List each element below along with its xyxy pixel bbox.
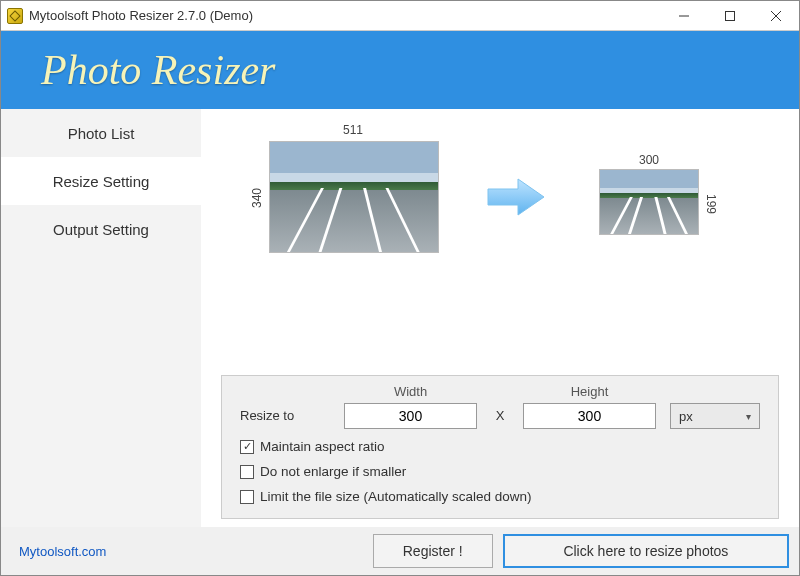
tab-output-setting[interactable]: Output Setting [1,205,201,253]
sidebar: Photo List Resize Setting Output Setting [1,109,201,527]
unit-value: px [679,409,693,424]
dimension-separator: X [491,408,509,429]
resize-to-label: Resize to [240,408,330,429]
close-button[interactable] [753,1,799,31]
register-button[interactable]: Register ! [373,534,493,568]
footer: Mytoolsoft.com Register ! Click here to … [1,527,799,575]
src-height-label: 340 [250,188,264,208]
titlebar: Mytoolsoft Photo Resizer 2.7.0 (Demo) [1,1,799,31]
tab-resize-setting[interactable]: Resize Setting [1,157,201,205]
checkbox-icon [240,440,254,454]
check-label: Limit the file size (Automatically scale… [260,489,532,504]
close-icon [771,11,781,21]
main-panel: 511 340 300 199 [201,109,799,527]
dst-height-label: 199 [704,194,718,214]
resize-button[interactable]: Click here to resize photos [503,534,789,568]
checkbox-icon [240,465,254,479]
arrow-icon [486,175,546,219]
check-label: Maintain aspect ratio [260,439,385,454]
source-thumbnail [269,141,439,253]
check-no-enlarge[interactable]: Do not enlarge if smaller [240,464,760,479]
src-width-label: 511 [343,123,363,137]
svg-rect-1 [726,11,735,20]
tab-photo-list[interactable]: Photo List [1,109,201,157]
maximize-button[interactable] [707,1,753,31]
header-banner: Photo Resizer [1,31,799,109]
minimize-button[interactable] [661,1,707,31]
checkbox-icon [240,490,254,504]
width-label: Width [344,384,477,399]
preview-area: 511 340 300 199 [221,119,779,375]
app-window: Mytoolsoft Photo Resizer 2.7.0 (Demo) Ph… [0,0,800,576]
chevron-down-icon: ▾ [746,411,751,422]
dst-width-label: 300 [639,153,659,167]
height-input[interactable] [523,403,656,429]
site-link[interactable]: Mytoolsoft.com [19,544,106,559]
check-limit-filesize[interactable]: Limit the file size (Automatically scale… [240,489,760,504]
brand-title: Photo Resizer [41,46,275,94]
unit-select[interactable]: px ▾ [670,403,760,429]
dest-thumbnail [599,169,699,235]
width-input[interactable] [344,403,477,429]
height-label: Height [523,384,656,399]
app-icon [7,8,23,24]
check-label: Do not enlarge if smaller [260,464,406,479]
check-maintain-aspect[interactable]: Maintain aspect ratio [240,439,760,454]
maximize-icon [725,11,735,21]
minimize-icon [679,11,689,21]
resize-settings-panel: Resize to Width X Height px ▾ [221,375,779,519]
window-title: Mytoolsoft Photo Resizer 2.7.0 (Demo) [29,8,253,23]
